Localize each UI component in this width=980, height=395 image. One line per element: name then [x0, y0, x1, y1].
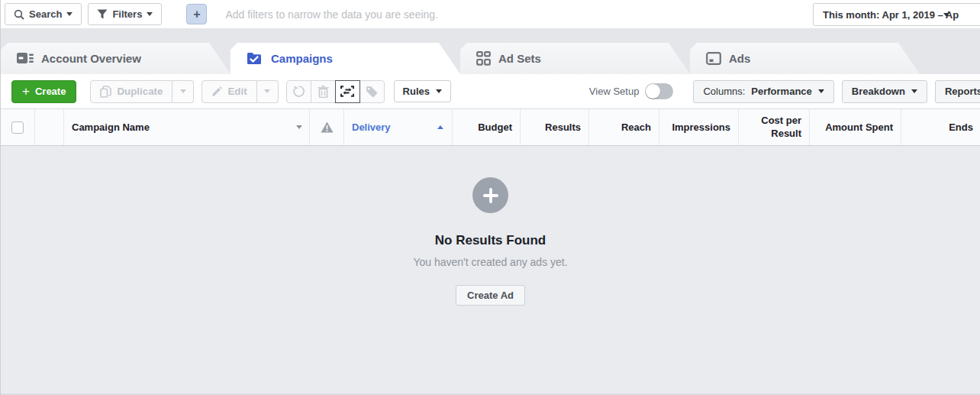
- empty-state-title: No Results Found: [435, 233, 546, 248]
- tab-account-overview[interactable]: Account Overview: [1, 43, 230, 74]
- column-header-cost-per-result[interactable]: Cost per Result: [739, 109, 810, 145]
- search-icon: [14, 9, 24, 20]
- warning-triangle-icon: [321, 121, 334, 133]
- ads-card-icon: [706, 52, 721, 65]
- column-label: Campaign Name: [72, 121, 150, 133]
- column-header-amount-spent[interactable]: Amount Spent: [810, 109, 901, 145]
- column-header-impressions[interactable]: Impressions: [659, 109, 739, 145]
- delete-trash-icon: [318, 86, 329, 98]
- rules-label: Rules: [403, 86, 430, 97]
- level-tab-strip: Account Overview Campaigns Ad Sets Ads: [1, 29, 980, 74]
- view-setup-toggle[interactable]: [645, 83, 673, 99]
- date-range-selector[interactable]: This month: Apr 1, 2019 – Apr 15: [813, 3, 980, 26]
- rules-button[interactable]: Rules: [394, 80, 451, 102]
- delete-button[interactable]: [311, 80, 336, 103]
- tab-label: Account Overview: [41, 52, 141, 65]
- campaigns-table-header: Campaign Name Delivery Budget Results Re…: [1, 108, 980, 146]
- ab-test-icon: [340, 86, 354, 97]
- columns-label: Columns:: [703, 86, 745, 97]
- columns-value: Performance: [751, 86, 811, 97]
- filter-funnel-icon: [97, 9, 108, 19]
- duplicate-button-group: Duplicate: [90, 80, 194, 103]
- column-header-budget[interactable]: Budget: [453, 109, 521, 145]
- view-controls: View Setup Columns: Performance Breakdow…: [589, 80, 969, 103]
- column-label: Ends: [949, 121, 973, 133]
- breakdown-button[interactable]: Breakdown: [842, 80, 927, 103]
- chevron-down-icon: [436, 89, 442, 93]
- empty-state: No Results Found You haven't created any…: [1, 177, 980, 306]
- filters-label: Filters: [112, 8, 142, 20]
- toggle-knob: [646, 84, 660, 99]
- column-header-ends[interactable]: Ends: [901, 109, 980, 145]
- duplicate-options-button[interactable]: [172, 80, 194, 103]
- tab-label: Ads: [729, 52, 750, 65]
- revert-icon: [292, 85, 305, 98]
- chevron-down-icon: [147, 12, 153, 16]
- column-label: Cost per Result: [739, 115, 801, 140]
- revert-button[interactable]: [286, 80, 311, 103]
- duplicate-button[interactable]: Duplicate: [90, 80, 172, 103]
- table-body: No Results Found You haven't created any…: [1, 146, 980, 395]
- plus-icon: +: [22, 85, 30, 98]
- columns-button[interactable]: Columns: Performance: [693, 80, 833, 103]
- edit-pencil-icon: [211, 86, 222, 97]
- chevron-down-icon: [911, 89, 917, 93]
- chevron-down-icon: [943, 13, 949, 17]
- reports-label: Reports: [945, 86, 980, 97]
- create-ad-button[interactable]: Create Ad: [456, 285, 525, 306]
- view-setup-label: View Setup: [589, 86, 640, 97]
- tag-button[interactable]: [359, 80, 385, 103]
- select-all-checkbox[interactable]: [11, 121, 24, 134]
- date-range-label: This month: Apr 1, 2019 – Apr 15: [823, 9, 959, 21]
- create-button[interactable]: + Create: [11, 80, 76, 103]
- actions-toolbar: + Create Duplicate Edit Rules: [1, 74, 980, 108]
- column-label: Results: [545, 121, 581, 133]
- duplicate-icon: [100, 86, 111, 98]
- add-filter-button[interactable]: +: [186, 4, 207, 24]
- edit-options-button[interactable]: [257, 80, 279, 103]
- empty-state-subtitle: You haven't created any ads yet.: [413, 256, 567, 268]
- edit-label: Edit: [227, 86, 247, 97]
- row-action-icons: [286, 80, 385, 103]
- status-toggle-column-header: [35, 109, 64, 145]
- campaigns-folder-icon: [247, 52, 263, 65]
- tab-campaigns[interactable]: Campaigns: [230, 43, 460, 74]
- chevron-down-icon: [66, 12, 73, 16]
- column-label: Amount Spent: [825, 121, 893, 133]
- ab-test-button[interactable]: [335, 80, 360, 103]
- edit-button-group: Edit: [201, 80, 278, 103]
- breakdown-label: Breakdown: [852, 86, 905, 97]
- column-label: Impressions: [672, 121, 730, 133]
- search-button[interactable]: Search: [5, 3, 82, 25]
- edit-button[interactable]: Edit: [201, 80, 256, 103]
- chevron-down-icon: [818, 89, 824, 93]
- select-all-cell: [1, 109, 35, 145]
- chevron-down-icon: [264, 89, 270, 93]
- column-header-results[interactable]: Results: [521, 109, 589, 145]
- tab-label: Ad Sets: [498, 52, 541, 65]
- filter-input-placeholder[interactable]: Add filters to narrow the data you are s…: [225, 8, 438, 21]
- tab-label: Campaigns: [271, 52, 333, 65]
- tab-ads[interactable]: Ads: [690, 43, 920, 74]
- create-ad-label: Create Ad: [467, 290, 514, 301]
- column-header-reach[interactable]: Reach: [589, 109, 659, 145]
- ad-sets-grid-icon: [476, 51, 491, 66]
- create-label: Create: [35, 86, 66, 97]
- plus-circle-icon: [472, 177, 508, 213]
- column-label: Budget: [478, 121, 512, 133]
- filter-bar: Search Filters + Add filters to narrow t…: [1, 0, 980, 29]
- filters-button[interactable]: Filters: [88, 3, 162, 25]
- plus-icon: +: [193, 8, 200, 21]
- reports-button[interactable]: Reports: [935, 80, 980, 103]
- duplicate-label: Duplicate: [117, 86, 163, 97]
- column-header-campaign-name[interactable]: Campaign Name: [64, 109, 310, 145]
- column-header-delivery[interactable]: Delivery: [344, 109, 453, 145]
- tag-icon: [366, 86, 378, 98]
- column-header-errors[interactable]: [310, 109, 344, 145]
- search-label: Search: [29, 8, 62, 20]
- tab-ad-sets[interactable]: Ad Sets: [460, 43, 690, 74]
- column-label: Delivery: [352, 121, 391, 133]
- chevron-down-icon: [296, 125, 302, 129]
- account-overview-icon: [17, 52, 34, 65]
- column-label: Reach: [621, 121, 651, 133]
